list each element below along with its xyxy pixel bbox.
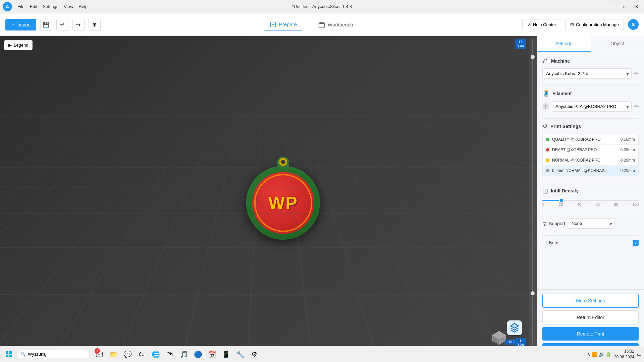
filament-section: 🧵 Filament 1 Anycubic PLA @KOBRA2 PRO ✏ [542,90,639,112]
infill-track[interactable] [542,200,639,201]
taskbar-anycubic-icon[interactable]: 🔧 [233,348,247,361]
ps-value-normal: 0.20mm [621,158,635,163]
vertical-slider[interactable] [529,36,537,362]
machine-section: 🖨 Machine Anycubic Kobra 2 Pro ✏ [542,57,639,79]
taskbar-calendar-icon[interactable]: 📅 [205,348,219,361]
divider-5 [542,235,639,236]
divider-2 [542,118,639,119]
ps-item-normal[interactable]: NORMAL @KOBRA2 PRO 0.20mm [543,155,638,166]
network-icon[interactable]: 📶 [592,352,597,357]
ps-item-draft[interactable]: DRAFT @KOBRA2 PRO 0.28mm [543,145,638,155]
menu-file[interactable]: File [17,4,24,9]
taskbar-discord-icon[interactable]: 💬 [121,348,134,361]
svg-rect-1 [319,23,325,27]
clock-time: 15:32 [614,349,634,354]
menu-view[interactable]: View [64,4,73,9]
menu-settings[interactable]: Settings [43,4,58,9]
ps-name-normal: NORMAL @KOBRA2 PRO [552,158,621,163]
help-center-button[interactable]: ↗ Help Center [522,19,561,30]
panel-content: 🖨 Machine Anycubic Kobra 2 Pro ✏ 🧵 [537,52,644,289]
infill-fill [542,200,561,201]
filament-edit-icon[interactable]: ✏ [634,103,639,110]
window-title: *Untitled - AnycubicSlicer-1.4.3 [292,4,352,9]
support-select[interactable]: None Normal Tree [568,218,615,229]
taskbar-extra-icon[interactable]: ⚙ [248,348,261,361]
redo-button[interactable]: ↪ [72,19,85,31]
taskbar-explorer-icon[interactable]: 📁 [107,348,120,361]
tab-object[interactable]: Object [591,36,644,52]
model-ring-inner [279,158,287,166]
tab-workbench[interactable]: Workbench [313,18,359,31]
viewport: ▶ Legend WP 17 3.44 1 0.24 [0,36,537,362]
infill-label-0: 0 [542,202,544,206]
legend-button[interactable]: ▶ Legend [4,40,33,50]
taskbar-spotify-icon[interactable]: 🎵 [177,348,191,361]
toolbar: ＋ Import 💾 ↩ ↪ ⊕ Prepare Workbench ↗ Hel… [0,13,644,36]
chevron-up-icon[interactable]: ∧ [587,352,590,357]
ps-dot-normal [546,159,549,162]
crosshair-button[interactable]: ⊕ [89,19,101,31]
filament-icon: 🧵 [542,90,550,97]
return-editor-button[interactable]: Return Editor [542,310,639,324]
machine-edit-icon[interactable]: ✏ [634,70,639,77]
show-desktop-icon[interactable]: ▭ [637,352,641,357]
start-button[interactable] [3,348,15,360]
model-container: WP [246,166,320,240]
divider-3 [542,183,639,183]
ps-name-02normal: 0.2mm NORMAL @KOBRA2... [552,168,621,173]
layers-icon [510,323,519,333]
filament-select-row: 1 Anycubic PLA @KOBRA2 PRO ✏ [542,101,639,112]
ps-item-02normal[interactable]: 0.2mm NORMAL @KOBRA2... 0.20mm [543,166,638,176]
config-manage-button[interactable]: ⊞ Configuration Manage [565,19,624,30]
ps-item-quality[interactable]: QUALITY @KOBRA2 PRO 0.16mm [543,134,638,145]
user-avatar[interactable]: S [628,19,639,30]
v-slider-thumb-top[interactable] [531,55,535,59]
print-settings-list: QUALITY @KOBRA2 PRO 0.16mm DRAFT @KOBRA2… [542,134,639,176]
help-icon: ↗ [527,22,531,27]
filament-select[interactable]: Anycubic PLA @KOBRA2 PRO [552,101,632,112]
close-button[interactable]: ✕ [632,3,641,10]
maximize-button[interactable]: □ [620,3,629,10]
save-button[interactable]: 💾 [40,19,52,31]
remote-print-button[interactable]: Remote Print [542,327,639,341]
machine-select[interactable]: Anycubic Kobra 2 Pro [542,68,632,79]
machine-title: Machine [551,58,570,64]
import-button[interactable]: ＋ Import [5,19,36,31]
taskbar-files-icon[interactable]: 🗂 [135,348,148,361]
tab-settings[interactable]: Settings [537,36,591,52]
brim-checkbox[interactable] [633,240,639,246]
search-icon: 🔍 [20,352,26,357]
brim-icon: ⬚ [542,240,547,245]
v-slider-thumb-bottom[interactable] [531,291,535,295]
taskbar-clock[interactable]: 15:32 20.06.2024 [614,349,634,360]
taskbar-edge-icon[interactable]: 🌐 [149,348,162,361]
menu-help[interactable]: Help [78,4,88,9]
battery-icon[interactable]: 🔋 [606,352,611,357]
more-settings-button[interactable]: More Settings [542,294,639,308]
taskbar-store-icon[interactable]: 🛍 [163,348,176,361]
infill-thumb[interactable] [559,198,564,203]
taskbar-notification-icon[interactable]: 1 [93,348,106,361]
ps-dot-02normal [546,169,549,172]
filament-title: Filament [552,91,572,96]
taskbar-chrome-icon[interactable]: 🔵 [191,348,205,361]
model-inner: WP [252,172,314,234]
titlebar-controls: — □ ✕ [608,3,641,10]
taskbar-whatsapp-icon[interactable]: 📱 [219,348,233,361]
svg-rect-10 [9,351,12,354]
taskbar-search[interactable]: 🔍 Wyszukaj [16,350,90,358]
infill-labels: 0 20 40 60 80 100 [542,202,639,206]
main-area: ▶ Legend WP 17 3.44 1 0.24 [0,36,644,362]
minimize-button[interactable]: — [608,3,617,10]
print-settings-header: ⚙ Print Settings [542,123,639,130]
sys-icons: ∧ 📶 🔊 🔋 [587,352,611,357]
cube-nav-icon[interactable] [491,330,507,347]
support-text: Support [549,221,565,226]
menu-edit[interactable]: Edit [30,4,37,9]
undo-button[interactable]: ↩ [56,19,68,31]
volume-icon[interactable]: 🔊 [599,352,604,357]
infill-label-60: 60 [596,202,600,206]
tab-prepare[interactable]: Prepare [264,18,302,31]
layers-button[interactable] [507,320,522,335]
taskbar-icons: 1 📁 💬 🗂 🌐 🛍 🎵 🔵 📅 📱 🔧 ⚙ [93,348,261,361]
